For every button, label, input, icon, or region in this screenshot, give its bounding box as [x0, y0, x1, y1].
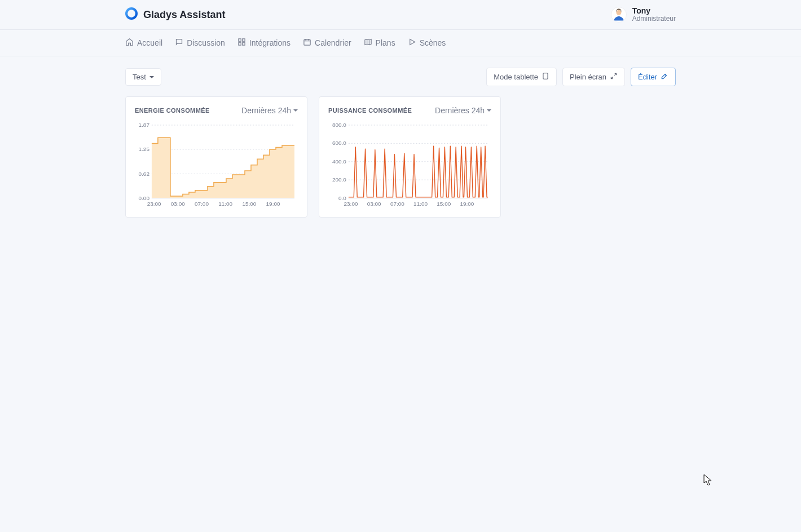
nav-discussion[interactable]: Discussion: [175, 38, 225, 48]
svg-text:11:00: 11:00: [413, 201, 428, 207]
nav-integrations[interactable]: Intégrations: [237, 38, 291, 48]
svg-text:07:00: 07:00: [195, 201, 209, 207]
brand[interactable]: Gladys Assistant: [125, 7, 225, 23]
nav-label: Intégrations: [249, 38, 291, 47]
fullscreen-button[interactable]: Plein écran: [562, 68, 625, 86]
dashboard-selector-label: Test: [133, 73, 146, 81]
svg-text:400.0: 400.0: [332, 158, 346, 165]
edit-label: Éditer: [638, 73, 657, 81]
chart-energy: 0.000.621.251.8723:0003:0007:0011:0015:0…: [135, 121, 298, 210]
card-power: PUISSANCE CONSOMMÉE Dernières 24h 0.0200…: [319, 96, 501, 218]
card-range-selector[interactable]: Dernières 24h: [435, 106, 491, 115]
svg-text:1.25: 1.25: [139, 146, 150, 152]
svg-point-0: [126, 8, 137, 19]
calendar-icon: [303, 38, 311, 48]
card-energy: ENERGIE CONSOMMÉE Dernières 24h 0.000.62…: [125, 96, 307, 218]
message-icon: [175, 38, 183, 48]
expand-icon: [610, 72, 618, 82]
svg-text:0.0: 0.0: [338, 195, 346, 201]
svg-text:15:00: 15:00: [242, 201, 256, 207]
svg-text:11:00: 11:00: [218, 201, 232, 207]
nav-label: Calendrier: [315, 38, 351, 47]
play-icon: [408, 38, 416, 48]
svg-text:200.0: 200.0: [332, 176, 346, 183]
user-name: Tony: [632, 7, 676, 15]
svg-text:800.0: 800.0: [332, 122, 346, 128]
card-title: ENERGIE CONSOMMÉE: [135, 107, 210, 114]
svg-text:23:00: 23:00: [147, 201, 161, 207]
svg-rect-2: [239, 39, 241, 41]
svg-text:07:00: 07:00: [390, 201, 404, 207]
svg-text:600.0: 600.0: [332, 140, 346, 146]
home-icon: [125, 38, 134, 48]
svg-text:19:00: 19:00: [460, 201, 474, 207]
nav-home[interactable]: Accueil: [125, 38, 162, 48]
card-range-label: Dernières 24h: [241, 106, 291, 115]
fullscreen-label: Plein écran: [570, 73, 606, 81]
nav-label: Plans: [376, 38, 395, 47]
tablet-mode-button[interactable]: Mode tablette: [486, 68, 557, 86]
dashboard-selector[interactable]: Test: [125, 68, 161, 86]
chevron-down-icon: [487, 109, 491, 112]
svg-text:03:00: 03:00: [367, 201, 381, 207]
user-role: Administrateur: [632, 15, 676, 23]
svg-text:15:00: 15:00: [437, 201, 451, 207]
svg-text:0.00: 0.00: [139, 195, 150, 201]
edit-button[interactable]: Éditer: [631, 68, 676, 86]
svg-text:19:00: 19:00: [266, 201, 280, 207]
brand-logo-icon: [125, 7, 138, 23]
map-icon: [364, 38, 372, 48]
nav-label: Discussion: [187, 38, 225, 47]
svg-text:03:00: 03:00: [171, 201, 185, 207]
tablet-icon: [542, 72, 549, 82]
chart-power: 0.0200.0400.0600.0800.023:0003:0007:0011…: [328, 121, 491, 210]
tablet-mode-label: Mode tablette: [494, 73, 538, 81]
svg-rect-4: [239, 43, 241, 45]
svg-rect-7: [543, 73, 548, 79]
chevron-down-icon: [293, 109, 298, 112]
svg-text:1.87: 1.87: [139, 122, 150, 128]
nav-calendar[interactable]: Calendrier: [303, 38, 351, 48]
svg-rect-6: [304, 39, 310, 45]
nav-label: Scènes: [420, 38, 446, 47]
nav-plans[interactable]: Plans: [364, 38, 395, 48]
svg-rect-5: [243, 43, 245, 45]
avatar: [611, 7, 627, 23]
grid-icon: [237, 38, 246, 48]
nav-label: Accueil: [137, 38, 162, 47]
card-title: PUISSANCE CONSOMMÉE: [328, 107, 412, 114]
card-range-label: Dernières 24h: [435, 106, 485, 115]
user-menu[interactable]: Tony Administrateur: [611, 7, 676, 23]
chevron-down-icon: [149, 76, 154, 78]
svg-text:0.62: 0.62: [139, 171, 150, 177]
edit-icon: [661, 72, 668, 82]
brand-name: Gladys Assistant: [143, 9, 225, 21]
nav-scenes[interactable]: Scènes: [408, 38, 446, 48]
card-range-selector[interactable]: Dernières 24h: [241, 106, 298, 115]
svg-text:23:00: 23:00: [344, 201, 358, 207]
svg-rect-3: [243, 39, 245, 41]
svg-point-1: [616, 10, 621, 15]
